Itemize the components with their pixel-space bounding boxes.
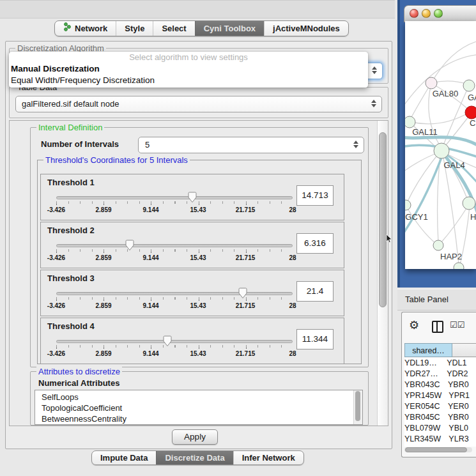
cell-shared-name: YBR043C	[404, 380, 440, 390]
tick-label: 21.715	[236, 206, 256, 213]
network-edge[interactable]	[411, 112, 469, 124]
spinner-arrows-icon	[353, 141, 358, 148]
threshold-value-field[interactable]: 11.344	[296, 329, 334, 349]
zoom-traffic-light[interactable]	[434, 9, 443, 18]
group-title: Interval Definition	[36, 123, 104, 132]
numerical-attributes-list[interactable]: SelfLoopsTopologicalCoefficientBetweenne…	[35, 390, 363, 425]
tick-label: 21.715	[236, 350, 256, 357]
tab-infer-network[interactable]: Infer Network	[233, 451, 303, 464]
network-node-bottom-node[interactable]	[454, 263, 464, 269]
network-node-gal80[interactable]	[426, 77, 437, 89]
slider-track[interactable]	[56, 292, 293, 295]
threshold-value-field[interactable]: 14.713	[296, 185, 334, 206]
tab-network[interactable]: Network	[55, 21, 116, 36]
network-node-hap2[interactable]	[433, 240, 443, 250]
threshold-panel-2: Threshold 2-3.4262.8599.14415.4321.71528…	[40, 222, 344, 268]
thresholds-group: Threshold's Coordinates for 5 Intervals …	[37, 160, 362, 364]
table-row[interactable]: YBR043CYBR0	[404, 380, 476, 390]
slider-track[interactable]	[56, 244, 293, 247]
network-node-label: GCY1	[405, 212, 427, 222]
network-node-label: H	[470, 212, 476, 222]
threshold-slider[interactable]: -3.4262.8599.14415.4321.71528	[56, 239, 293, 266]
list-scrollbar[interactable]	[353, 390, 362, 424]
tick-label: 9.144	[142, 254, 158, 261]
table-row[interactable]: YDL19…YDL1	[404, 358, 476, 369]
scale-labels: -3.4262.8599.14415.4321.71528	[56, 302, 293, 310]
threshold-value-field[interactable]: 6.316	[296, 233, 334, 254]
table-row[interactable]: YBR045CYBR0	[404, 412, 476, 423]
cell-shared-name: YBR045C	[404, 412, 440, 423]
tick-label: -3.426	[47, 206, 65, 213]
table-row[interactable]: YBL079WYBL0	[404, 423, 476, 434]
tick-label: 2.859	[95, 254, 111, 261]
network-node-gal4[interactable]	[434, 143, 449, 158]
network-edge[interactable]	[405, 153, 438, 173]
popup-item-manual-discretization[interactable]: Manual Discretization	[9, 63, 368, 75]
network-node-label: GAL11	[412, 127, 438, 137]
network-node-gal11[interactable]	[405, 116, 415, 128]
number-of-intervals-label: Number of Intervals	[41, 139, 119, 149]
gear-icon[interactable]: ⚙	[409, 318, 419, 332]
table-row[interactable]: YIL052CYIL0	[404, 445, 476, 447]
table-panel-titlebar: Table Panel	[397, 289, 476, 311]
popup-item-equal-width-frequency[interactable]: Equal Width/Frequency Discretization	[9, 75, 368, 86]
minimize-traffic-light[interactable]	[422, 9, 431, 18]
scale-labels: -3.4262.8599.14415.4321.71528	[56, 350, 293, 358]
table-row[interactable]: YER054CYER0	[404, 401, 476, 412]
tick-label: -3.426	[47, 302, 65, 309]
network-edge[interactable]	[411, 83, 431, 118]
columns-icon[interactable]	[432, 321, 443, 333]
network-node-red-node[interactable]	[465, 106, 476, 119]
table-data-combobox[interactable]: galFiltered.sif default node	[15, 96, 382, 112]
table-row[interactable]: YLR345WYLR3	[404, 434, 476, 445]
network-node-gal-clipped[interactable]	[463, 80, 475, 91]
apply-button[interactable]: Apply	[172, 429, 218, 445]
network-edge[interactable]	[443, 114, 471, 148]
threshold-slider[interactable]: -3.4262.8599.14415.4321.71528	[56, 335, 293, 362]
attribute-list-item[interactable]: TopologicalCoefficient	[42, 403, 362, 413]
table-row[interactable]: YPR145WYPR1	[404, 390, 476, 401]
cell-name: YER0	[440, 401, 476, 412]
slider-track[interactable]	[56, 340, 293, 343]
network-canvas[interactable]: GAL80GACGAL11GAL4GCY1HHAP2	[405, 21, 476, 269]
column-header-name[interactable]: na	[452, 343, 476, 357]
intervals-spinner[interactable]: 5	[138, 137, 364, 153]
tab-cyni-toolbox[interactable]: Cyni Toolbox	[195, 21, 264, 36]
threshold-panel-1: Threshold 1-3.4262.8599.14415.4321.71528…	[40, 174, 344, 220]
slider-track[interactable]	[56, 196, 293, 199]
attribute-list-item[interactable]: BetweennessCentrality	[42, 413, 362, 424]
network-node-h-clipped[interactable]	[463, 197, 475, 210]
cell-shared-name: YDR27…	[404, 369, 438, 380]
tab-jactivemnodules[interactable]: jActiveMNodules	[264, 21, 348, 36]
tab-style[interactable]: Style	[116, 21, 153, 36]
network-window-titlebar	[404, 5, 476, 22]
top-tab-bar: Network Style Select Cyni Toolbox jActiv…	[54, 20, 349, 36]
table-row[interactable]: YDR27…YDR2	[404, 369, 476, 380]
table-hscrollbar[interactable]	[404, 447, 472, 452]
tab-discretize-data[interactable]: Discretize Data	[156, 451, 233, 464]
close-traffic-light[interactable]	[410, 9, 418, 18]
network-node-gcy1[interactable]	[405, 200, 411, 210]
minor-ticks	[56, 297, 293, 300]
cell-shared-name: YIL052C	[404, 445, 437, 447]
threshold-slider[interactable]: -3.4262.8599.14415.4321.71528	[56, 287, 293, 314]
attribute-list-item[interactable]: SelfLoops	[42, 392, 362, 403]
network-icon	[63, 21, 72, 36]
settings-scrollpane: Interval Definition Number of Intervals …	[9, 120, 388, 426]
select-all-checkbox-icons[interactable]: ☑☑	[450, 320, 464, 330]
dropdown-prompt: Select algorithm to view settings	[9, 52, 368, 63]
threshold-slider[interactable]: -3.4262.8599.14415.4321.71528	[56, 191, 293, 218]
tab-select[interactable]: Select	[153, 21, 194, 36]
tab-impute-data[interactable]: Impute Data	[92, 451, 156, 464]
network-node-label: C	[470, 118, 475, 128]
threshold-value-field[interactable]: 21.4	[296, 281, 334, 302]
mouse-cursor	[386, 234, 393, 245]
column-header-shared-name[interactable]: shared…	[404, 343, 452, 357]
tick-label: 9.144	[142, 302, 158, 309]
hscrollbar-thumb[interactable]	[405, 447, 467, 452]
scrollbar-thumb[interactable]	[379, 132, 387, 307]
group-title: Attributes to discretize	[36, 367, 122, 376]
scrollpane-scrollbar[interactable]	[377, 121, 388, 426]
scale-labels: -3.4262.8599.14415.4321.71528	[56, 206, 293, 214]
tick-label: 2.859	[95, 302, 111, 309]
